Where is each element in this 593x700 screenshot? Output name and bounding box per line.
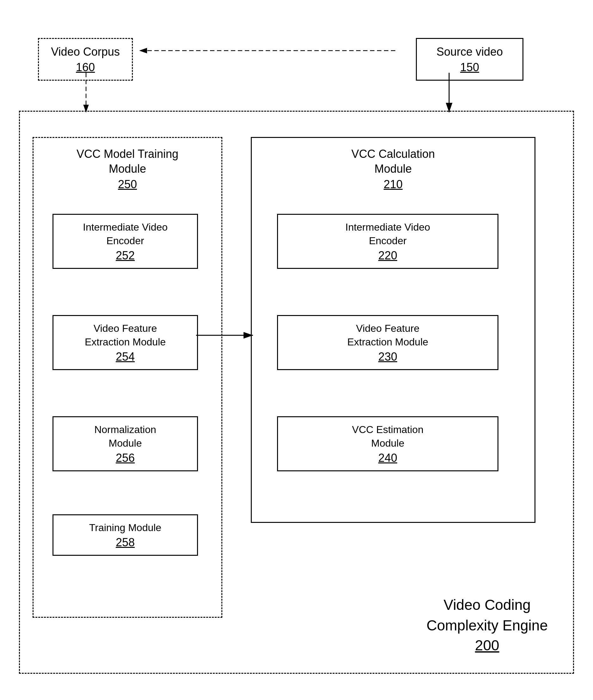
calculation-module-title-area: VCC CalculationModule 210 (252, 138, 535, 191)
inner-box-258-number: 258 (60, 536, 191, 549)
inner-box-252: Intermediate VideoEncoder 252 (52, 214, 198, 269)
training-module-number: 250 (40, 178, 215, 191)
inner-box-252-number: 252 (60, 249, 191, 262)
inner-box-240-number: 240 (284, 452, 491, 465)
inner-box-220-number: 220 (284, 249, 491, 262)
inner-box-240: VCC EstimationModule 240 (277, 416, 499, 471)
inner-box-258: Training Module 258 (52, 514, 198, 556)
calculation-module-number: 210 (258, 178, 528, 191)
engine-number: 200 (426, 637, 548, 654)
training-module-title-area: VCC Model TrainingModule 250 (34, 138, 222, 191)
source-video-number: 150 (425, 61, 515, 74)
source-video-box: Source video 150 (416, 38, 523, 81)
inner-box-230: Video FeatureExtraction Module 230 (277, 315, 499, 370)
video-corpus-box: Video Corpus 160 (38, 38, 133, 81)
inner-box-254-label: Video FeatureExtraction Module (60, 322, 191, 349)
inner-box-254: Video FeatureExtraction Module 254 (52, 315, 198, 370)
training-module-box: VCC Model TrainingModule 250 Intermediat… (33, 137, 222, 618)
inner-box-256-label: NormalizationModule (60, 423, 191, 450)
video-corpus-label: Video Corpus (46, 45, 124, 60)
source-video-label: Source video (425, 45, 515, 60)
inner-box-258-label: Training Module (60, 521, 191, 535)
inner-box-252-label: Intermediate VideoEncoder (60, 221, 191, 248)
outer-engine-box: VCC Model TrainingModule 250 Intermediat… (19, 111, 574, 674)
inner-box-230-label: Video FeatureExtraction Module (284, 322, 491, 349)
training-module-title: VCC Model TrainingModule (40, 147, 215, 177)
inner-box-220-label: Intermediate VideoEncoder (284, 221, 491, 248)
inner-box-230-number: 230 (284, 350, 491, 363)
calculation-module-box: VCC CalculationModule 210 Intermediate V… (251, 137, 536, 523)
inner-box-254-number: 254 (60, 350, 191, 363)
engine-title: Video CodingComplexity Engine (426, 595, 548, 635)
inner-box-256: NormalizationModule 256 (52, 416, 198, 471)
inner-box-240-label: VCC EstimationModule (284, 423, 491, 450)
diagram: Source video 150 Video Corpus 160 VCC Mo… (19, 19, 574, 683)
inner-box-220: Intermediate VideoEncoder 220 (277, 214, 499, 269)
inner-box-256-number: 256 (60, 452, 191, 465)
video-corpus-number: 160 (46, 61, 124, 74)
calculation-module-title: VCC CalculationModule (258, 147, 528, 177)
engine-label: Video CodingComplexity Engine 200 (426, 595, 548, 654)
